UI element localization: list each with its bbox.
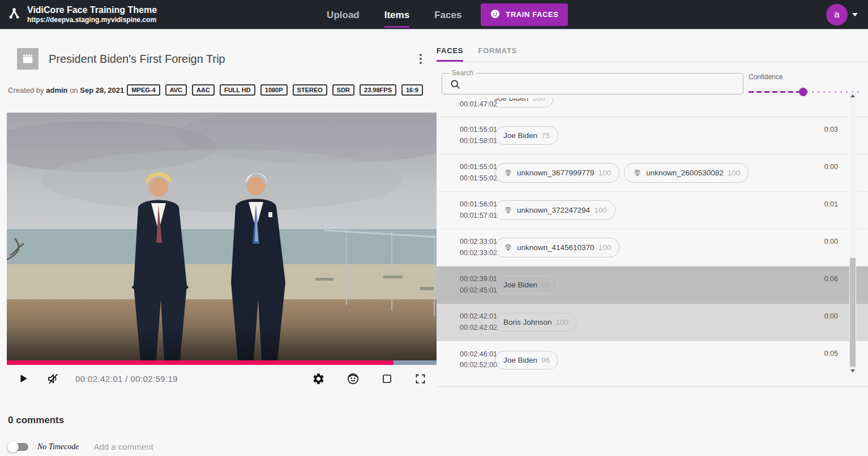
- detection-duration: 0:03: [824, 126, 838, 134]
- detection-duration: 0:00: [824, 312, 838, 320]
- face-chip-name: unknown_2600530082: [646, 169, 724, 177]
- face-chip[interactable]: Joe Biden 75: [495, 126, 558, 145]
- faces-panel: FACESFORMATS Search Confidence: [437, 29, 868, 456]
- face-chip-name: Joe Biden: [503, 281, 537, 289]
- face-chip[interactable]: unknown_4145610370 100: [495, 238, 619, 257]
- format-badge: FULL HD: [220, 84, 255, 96]
- panel-tabs: FACESFORMATS: [437, 46, 868, 62]
- face-chip[interactable]: unknown_372247294 100: [495, 200, 615, 220]
- face-chip[interactable]: Joe Biden 96: [495, 351, 558, 369]
- face-chip[interactable]: Joe Biden 88: [495, 276, 558, 294]
- timecode-range: 00:02:46:0100:02:52:00: [460, 349, 488, 371]
- face-overlay-icon[interactable]: [347, 372, 360, 385]
- video-player[interactable]: [7, 113, 437, 360]
- face-chip[interactable]: unknown_3677999779 100: [495, 163, 619, 183]
- face-chip-name: Joe Biden: [503, 356, 537, 364]
- confidence-slider[interactable]: [749, 88, 862, 96]
- format-badge: 1080P: [260, 84, 288, 96]
- face-chip-name: unknown_3677999779: [517, 169, 595, 177]
- slider-thumb[interactable]: [799, 88, 807, 96]
- item-detail-column: President Biden's First Foreign Trip Cre…: [0, 29, 437, 456]
- fingerprint-icon: [503, 168, 513, 178]
- confidence-control: Confidence: [749, 73, 862, 96]
- scroll-down-button[interactable]: [849, 367, 856, 374]
- format-badge: AVC: [165, 84, 187, 96]
- no-timecode-toggle[interactable]: [9, 443, 28, 451]
- search-box: Search: [442, 73, 743, 94]
- face-row[interactable]: 00:02:33:0100:02:33:02 unknown_414561037…: [437, 229, 868, 266]
- face-icon: [490, 8, 501, 21]
- detection-duration: 0:05: [824, 350, 838, 358]
- scroll-up-button[interactable]: [849, 92, 856, 99]
- format-badges: MPEG-4AVCAACFULL HD1080PSTEREOSDR23.98FP…: [127, 84, 423, 96]
- face-chip-score: 100: [728, 169, 741, 177]
- train-faces-label: TRAIN FACES: [506, 10, 558, 19]
- search-input[interactable]: [465, 74, 738, 93]
- format-badge: 16:9: [401, 84, 423, 96]
- face-row[interactable]: 00:02:46:0100:02:52:00 Joe Biden 96 0:05: [437, 341, 868, 378]
- tab-formats[interactable]: FORMATS: [478, 46, 517, 62]
- face-chip-score: 96: [541, 356, 550, 364]
- search-icon: [450, 79, 461, 92]
- face-chip-name: Boris Johnson: [503, 318, 552, 326]
- nav-item-upload[interactable]: Upload: [327, 2, 360, 28]
- face-row[interactable]: 00:01:55:0100:01:55:02 unknown_367799977…: [437, 154, 868, 192]
- format-badge: AAC: [192, 84, 215, 96]
- app-header: VidiCore Face Training Theme https://dee…: [0, 0, 868, 29]
- face-detection-list: 00:01:47:02 Joe Biden 100 00:01:55:0100:…: [437, 98, 868, 380]
- comments-section: 0 comments No Timecode: [7, 415, 437, 456]
- avatar[interactable]: a: [826, 4, 848, 25]
- app-url: https://deepva.staging.myvidispine.com: [27, 16, 157, 24]
- timecode-display: 00:02:42:01 / 00:02:59:19: [75, 374, 178, 384]
- more-options-button[interactable]: [417, 51, 424, 66]
- created-date: Sep 28, 2021: [80, 86, 124, 94]
- face-row[interactable]: 00:01:55:0100:01:58:01 Joe Biden 75 0:03: [437, 117, 868, 154]
- stop-square-icon[interactable]: [381, 373, 393, 385]
- timecode-range: 00:02:39:0100:02:45:01: [460, 274, 488, 296]
- app-logo-icon: [7, 6, 22, 23]
- face-chip-score: 100: [532, 98, 545, 102]
- timecode-range: 00:02:33:0100:02:33:02: [460, 236, 488, 259]
- created-by-text: Created by admin on Sep 28, 2021: [8, 86, 124, 94]
- face-chip-score: 100: [598, 243, 612, 252]
- format-badge: SDR: [332, 84, 354, 96]
- face-row[interactable]: 00:01:56:0100:01:57:01 unknown_372247294…: [437, 192, 868, 229]
- confidence-label: Confidence: [749, 73, 862, 81]
- current-time: 00:02:42:01: [75, 374, 123, 384]
- format-badge: STEREO: [293, 84, 327, 96]
- settings-gear-icon[interactable]: [312, 372, 325, 385]
- scrollbar-thumb[interactable]: [850, 258, 856, 367]
- mute-icon[interactable]: [46, 372, 59, 385]
- player-controls: 00:02:42:01 / 00:02:59:19: [7, 365, 437, 392]
- face-chip[interactable]: Boris Johnson 100: [495, 313, 577, 332]
- fingerprint-icon: [632, 168, 642, 178]
- face-chip-score: 100: [594, 206, 607, 214]
- tab-faces[interactable]: FACES: [437, 46, 463, 62]
- chevron-down-icon[interactable]: [852, 13, 858, 16]
- face-chip-name: unknown_372247294: [517, 206, 590, 214]
- detection-duration: 0:06: [824, 275, 838, 283]
- video-progress-bar[interactable]: [7, 360, 437, 365]
- timecode-range: 00:02:42:0100:02:42:02: [460, 311, 488, 333]
- face-chip-name: Joe Biden: [494, 98, 528, 102]
- play-button[interactable]: [17, 372, 29, 385]
- face-chip[interactable]: Joe Biden 100: [486, 98, 554, 107]
- face-row-partial[interactable]: 00:01:47:02 Joe Biden 100: [437, 98, 868, 117]
- fullscreen-icon[interactable]: [414, 373, 426, 385]
- list-scrollbar[interactable]: [849, 92, 856, 374]
- face-row[interactable]: 00:02:39:0100:02:45:01 Joe Biden 88 0:06: [437, 266, 868, 304]
- no-timecode-label: No Timecode: [37, 442, 79, 451]
- slider-track-filled: [749, 91, 803, 93]
- nav-item-items[interactable]: Items: [384, 2, 409, 28]
- face-chip-score: 100: [556, 318, 569, 326]
- nav-item-faces[interactable]: Faces: [434, 2, 461, 28]
- face-chip-name: unknown_4145610370: [517, 243, 595, 252]
- fingerprint-icon: [503, 243, 513, 252]
- progress-fill: [7, 360, 394, 365]
- face-row[interactable]: 00:02:42:0100:02:42:02 Boris Johnson 100…: [437, 304, 868, 341]
- detection-duration: 0:01: [824, 200, 838, 208]
- face-chip-score: 75: [541, 131, 550, 140]
- face-chip[interactable]: unknown_2600530082 100: [624, 163, 749, 183]
- add-comment-input[interactable]: [94, 442, 437, 451]
- train-faces-button[interactable]: TRAIN FACES: [481, 3, 567, 26]
